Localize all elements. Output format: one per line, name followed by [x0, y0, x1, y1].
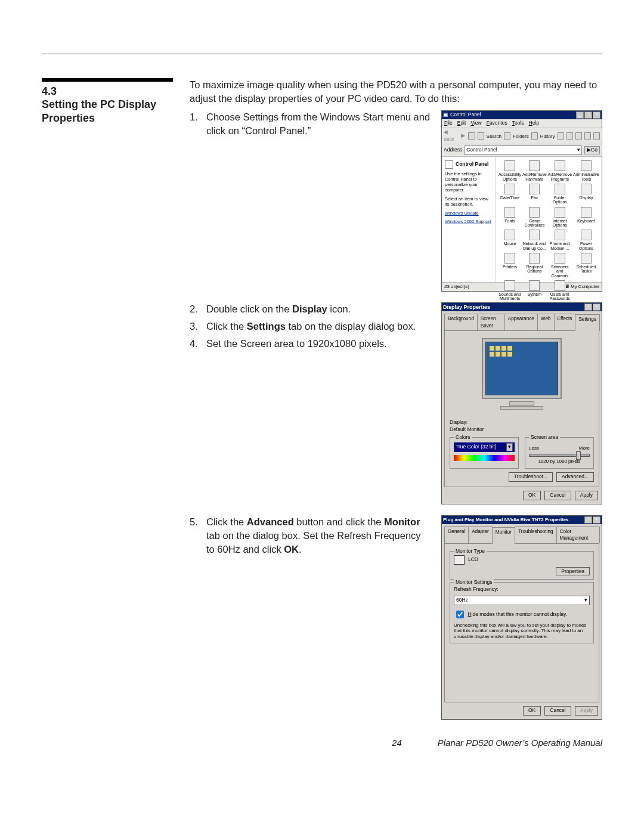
monitor-properties-dialog: Plug and Play Monitor and NVidia Riva TN… — [441, 515, 602, 720]
address-field[interactable]: Control Panel ▾ — [465, 145, 581, 155]
screen-area-slider[interactable]: LessMore 1920 by 1080 pixels — [529, 445, 590, 465]
cp-item[interactable]: Phone and Modem ... — [548, 230, 572, 250]
menu-favorites[interactable]: Favorites — [487, 120, 507, 127]
history-icon[interactable] — [531, 132, 538, 140]
cp-item[interactable]: Sounds and Multimedia — [499, 280, 521, 301]
tab-settings[interactable]: Settings — [575, 314, 600, 331]
cp-item[interactable]: Printers — [499, 253, 521, 278]
cp-item[interactable]: Mouse — [499, 230, 521, 250]
refresh-frequency-combo[interactable]: 60Hz ▾ — [454, 596, 590, 605]
scanners-cameras-icon — [555, 253, 565, 264]
step-1-number: 1. — [190, 110, 200, 138]
tab-monitor[interactable]: Monitor — [492, 527, 515, 544]
properties-button[interactable]: Properties — [556, 567, 590, 575]
hide-modes-checkbox[interactable] — [456, 611, 464, 618]
forward-button[interactable]: ⯈ — [461, 133, 466, 140]
cancel-button[interactable]: Cancel — [544, 491, 571, 500]
menu-tools[interactable]: Tools — [512, 120, 524, 127]
cp-item[interactable]: Display — [573, 184, 599, 205]
copy-icon[interactable] — [566, 132, 573, 140]
advanced-button[interactable]: Advanced... — [556, 472, 594, 482]
tab-color-management[interactable]: Color Management — [556, 527, 600, 543]
cp-item[interactable]: Add/Remove Programs — [548, 160, 572, 181]
folders-icon[interactable] — [504, 132, 510, 140]
ok-button[interactable]: OK — [523, 491, 541, 500]
help-button[interactable]: ? — [584, 516, 592, 524]
ok-button[interactable]: OK — [523, 706, 541, 716]
go-button[interactable]: ▶Go — [584, 146, 600, 154]
cp-item[interactable]: Scanners and Cameras — [548, 253, 572, 278]
chevron-down-icon[interactable]: ▾ — [506, 443, 513, 451]
monitor-settings-group: Monitor Settings Refresh Frequency: 60Hz… — [450, 582, 594, 644]
menu-file[interactable]: File — [444, 120, 453, 127]
cp-item[interactable]: Accessibility Options — [499, 160, 521, 181]
page-top-rule — [42, 54, 602, 54]
apply-button[interactable]: Apply — [575, 706, 598, 716]
phone-modem-icon — [555, 230, 565, 240]
cp-item[interactable]: Internet Options — [548, 207, 572, 228]
menu-edit[interactable]: Edit — [457, 120, 466, 127]
minimize-button[interactable]: _ — [576, 112, 584, 119]
folder-icon: ▣ — [443, 112, 448, 119]
tab-troubleshooting[interactable]: Troubleshooting — [515, 527, 556, 543]
chevron-down-icon[interactable]: ▾ — [577, 147, 580, 154]
cancel-button[interactable]: Cancel — [544, 706, 571, 716]
cp-item[interactable]: Fonts — [499, 207, 521, 228]
tab-screensaver[interactable]: Screen Saver — [477, 314, 505, 330]
cp-item[interactable]: Network and Dial-up Co... — [522, 230, 546, 250]
section-title: Setting the PC Display Properties — [42, 98, 173, 125]
move-icon[interactable] — [558, 132, 564, 140]
tab-web[interactable]: Web — [537, 314, 555, 330]
cp-item[interactable]: Fax — [522, 184, 546, 205]
cp-item[interactable]: System — [522, 280, 546, 301]
help-button[interactable]: ? — [584, 304, 592, 311]
tab-effects[interactable]: Effects — [554, 314, 576, 330]
tab-background[interactable]: Background — [444, 314, 478, 330]
add-programs-icon — [555, 160, 565, 171]
tab-adapter[interactable]: Adapter — [468, 527, 493, 543]
search-icon[interactable] — [478, 132, 484, 140]
step-4-text: Set the Screen area to 1920x1080 pixels. — [206, 337, 387, 351]
apply-button[interactable]: Apply — [575, 491, 598, 500]
datetime-icon — [504, 184, 515, 194]
colors-combo[interactable]: True Color (32 bit) ▾ — [454, 442, 515, 452]
sounds-icon — [504, 280, 515, 291]
page-footer: 24 Planar PD520 Owner’s Operating Manual — [42, 738, 602, 748]
cp-item[interactable]: Date/Time — [499, 184, 521, 205]
monitor-dlg-title: Plug and Play Monitor and NVidia Riva TN… — [443, 516, 569, 523]
tab-appearance[interactable]: Appearance — [504, 314, 538, 330]
chevron-down-icon[interactable]: ▾ — [584, 597, 587, 604]
cp-item[interactable]: Game Controllers — [522, 207, 546, 228]
back-button[interactable]: ⯇ Back — [444, 129, 459, 143]
link-windows-2000-support[interactable]: Windows 2000 Support — [445, 219, 493, 225]
views-icon[interactable] — [593, 132, 600, 140]
undo-icon[interactable] — [584, 132, 591, 140]
cp-item[interactable]: Scheduled Tasks — [573, 253, 599, 278]
accessibility-icon — [504, 160, 515, 171]
close-button[interactable]: × — [593, 304, 600, 311]
monitor-dlg-titlebar: Plug and Play Monitor and NVidia Riva TN… — [442, 516, 602, 524]
menu-help[interactable]: Help — [528, 120, 538, 127]
link-windows-update[interactable]: Windows Update — [445, 210, 493, 217]
monitor-type-value: LCD — [468, 556, 478, 563]
up-icon[interactable] — [468, 132, 475, 140]
hide-modes-label: HHide modes that this monitor cannot dis… — [467, 611, 567, 617]
slider-thumb[interactable] — [576, 451, 581, 460]
maximize-button[interactable]: □ — [584, 112, 592, 119]
cp-item[interactable]: Administrative Tools — [573, 160, 599, 181]
step-2-number: 2. — [190, 302, 200, 316]
cp-item[interactable]: Add/Remove Hardware — [522, 160, 546, 181]
tab-general[interactable]: General — [444, 527, 469, 543]
troubleshoot-button[interactable]: Troubleshoot... — [509, 472, 553, 482]
cp-item[interactable]: Folder Options — [548, 184, 572, 205]
close-button[interactable]: × — [593, 516, 600, 524]
step-4: 4. Set the Screen area to 1920x1080 pixe… — [190, 337, 431, 351]
menu-view[interactable]: View — [470, 120, 481, 127]
cp-item[interactable]: Regional Options — [522, 253, 546, 278]
cp-item[interactable]: Keyboard — [573, 207, 599, 228]
close-button[interactable]: × — [593, 112, 600, 119]
power-options-icon — [581, 230, 592, 240]
cp-item[interactable]: Power Options — [573, 230, 599, 250]
fonts-icon — [504, 207, 515, 218]
delete-icon[interactable] — [575, 132, 582, 140]
